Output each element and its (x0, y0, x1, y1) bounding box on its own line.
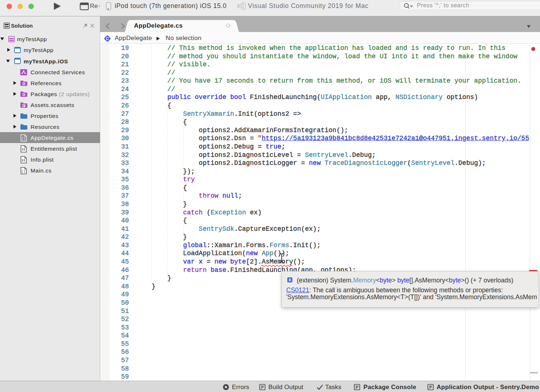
svg-text:{}: {} (21, 137, 25, 141)
svg-text:{}: {} (21, 170, 25, 174)
svg-text:C: C (106, 36, 109, 41)
